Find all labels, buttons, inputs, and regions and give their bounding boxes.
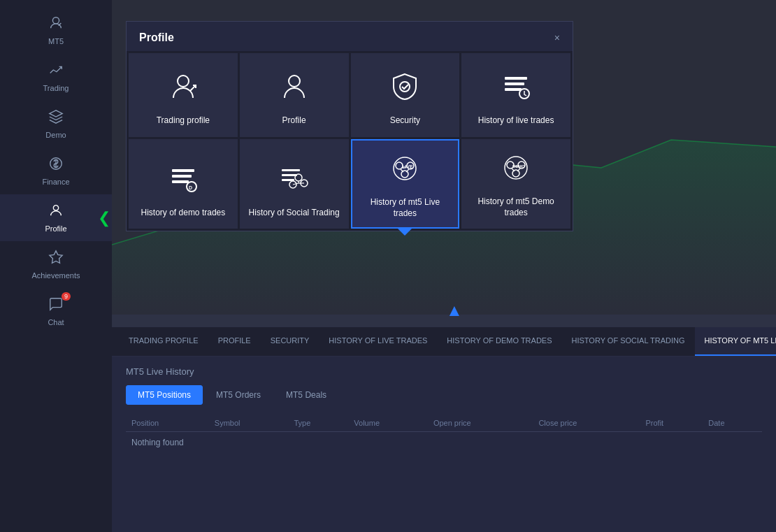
svg-text:D: D xyxy=(189,185,192,190)
tab-security[interactable]: SECURITY xyxy=(261,327,319,357)
col-position: Position xyxy=(126,415,209,432)
achievements-icon xyxy=(48,250,64,268)
empty-message: Nothing found xyxy=(126,432,762,454)
active-card-arrow xyxy=(398,229,412,236)
empty-row: Nothing found xyxy=(126,432,762,454)
sidebar-item-demo[interactable]: Demo xyxy=(0,101,112,148)
sidebar-item-trading-label: Trading xyxy=(43,84,69,92)
chat-badge: 9 xyxy=(62,292,71,301)
demo-icon xyxy=(48,109,64,128)
sidebar: MT5 Trading Demo Finance Profile ❮ Achie… xyxy=(0,0,112,532)
menu-card-security-label: Security xyxy=(390,115,420,127)
svg-rect-14 xyxy=(172,175,192,178)
sidebar-item-chat-label: Chat xyxy=(48,318,64,326)
modal-title: Profile xyxy=(139,31,174,44)
menu-card-trading-profile[interactable]: Trading profile xyxy=(129,53,238,137)
menu-card-profile-label: Profile xyxy=(282,115,306,127)
profile-card-icon xyxy=(279,71,310,108)
svg-line-6 xyxy=(190,85,196,91)
menu-card-history-live[interactable]: History of live trades xyxy=(461,53,570,137)
tab-history-live[interactable]: HISTORY OF LIVE TRADES xyxy=(319,327,437,357)
history-live-card-icon xyxy=(501,71,531,108)
profile-icon xyxy=(48,203,64,222)
menu-card-history-mt5-demo[interactable]: DEMO History of mt5 Demo trades xyxy=(461,139,570,229)
tab-profile[interactable]: PROFILE xyxy=(208,327,261,357)
col-profit: Profit xyxy=(640,415,703,432)
sidebar-item-chat[interactable]: 9 Chat xyxy=(0,288,112,335)
sidebar-item-profile-label: Profile xyxy=(45,224,66,233)
svg-rect-18 xyxy=(282,169,300,171)
col-volume: Volume xyxy=(348,415,428,432)
tab-history-demo[interactable]: HISTORY OF DEMO TRADES xyxy=(437,327,561,357)
svg-rect-11 xyxy=(505,88,522,91)
profile-chevron-icon: ❮ xyxy=(98,210,110,226)
modal-header: Profile × xyxy=(127,22,573,51)
section-title: MT5 Live History xyxy=(126,366,762,377)
menu-card-trading-profile-label: Trading profile xyxy=(157,115,210,127)
svg-point-0 xyxy=(52,17,59,24)
history-mt5-demo-card-icon: DEMO xyxy=(501,152,531,189)
security-card-icon xyxy=(389,71,420,108)
col-symbol: Symbol xyxy=(209,415,289,432)
menu-card-history-live-label: History of live trades xyxy=(478,115,554,127)
svg-point-38 xyxy=(512,170,519,177)
modal-bottom-arrow: ▲ xyxy=(446,301,463,320)
svg-point-5 xyxy=(178,76,189,87)
trading-icon xyxy=(48,62,64,81)
svg-point-21 xyxy=(295,174,302,181)
sub-tab-positions[interactable]: MT5 Positions xyxy=(126,385,203,405)
menu-card-history-demo[interactable]: D History of demo trades xyxy=(129,139,238,229)
sidebar-item-demo-label: Demo xyxy=(45,131,66,139)
svg-point-3 xyxy=(53,206,58,210)
history-social-card-icon xyxy=(279,164,310,201)
menu-card-history-mt5-live[interactable]: LIVE History of mt5 Live trades xyxy=(351,139,460,229)
svg-rect-13 xyxy=(172,169,194,172)
tab-history-social[interactable]: HISTORY OF SOCIAL TRADING xyxy=(562,327,695,357)
main-content: Profile × Trading profile xyxy=(112,0,776,532)
modal-close-button[interactable]: × xyxy=(554,32,560,43)
svg-text:LIVE: LIVE xyxy=(402,164,413,169)
trading-profile-card-icon xyxy=(168,71,199,108)
col-close-price: Close price xyxy=(533,415,640,432)
sub-tab-deals[interactable]: MT5 Deals xyxy=(274,385,338,405)
sub-tab-orders[interactable]: MT5 Orders xyxy=(204,385,273,405)
svg-rect-10 xyxy=(505,82,524,85)
finance-icon xyxy=(48,156,64,175)
svg-text:DEMO: DEMO xyxy=(512,164,525,168)
svg-rect-9 xyxy=(505,77,527,80)
svg-point-7 xyxy=(289,76,300,87)
svg-rect-15 xyxy=(172,180,189,183)
sidebar-item-achievements-label: Achievements xyxy=(31,271,80,280)
tab-bar: TRADING PROFILE PROFILE SECURITY HISTORY… xyxy=(112,327,776,357)
menu-card-profile[interactable]: Profile xyxy=(240,53,349,137)
menu-card-security[interactable]: Security xyxy=(351,53,460,137)
sub-tabs: MT5 Positions MT5 Orders MT5 Deals xyxy=(126,385,762,405)
svg-point-30 xyxy=(401,171,408,178)
history-mt5-live-card-icon: LIVE xyxy=(389,153,420,190)
profile-modal: Profile × Trading profile xyxy=(126,21,573,231)
data-table: Position Symbol Type Volume Open price C… xyxy=(126,415,762,453)
svg-rect-19 xyxy=(282,174,297,176)
svg-point-8 xyxy=(400,82,410,92)
tab-trading-profile[interactable]: TRADING PROFILE xyxy=(119,327,208,357)
content-area: MT5 Live History MT5 Positions MT5 Order… xyxy=(112,357,776,532)
menu-card-history-social[interactable]: History of Social Trading xyxy=(240,139,349,229)
col-open-price: Open price xyxy=(428,415,533,432)
chat-icon: 9 xyxy=(48,296,64,315)
mt5-icon xyxy=(48,15,64,34)
col-type: Type xyxy=(288,415,348,432)
sidebar-item-achievements[interactable]: Achievements xyxy=(0,241,112,288)
menu-card-history-mt5-live-label: History of mt5 Live trades xyxy=(359,197,452,219)
sidebar-item-finance-label: Finance xyxy=(42,178,69,186)
menu-card-history-demo-label: History of demo trades xyxy=(141,208,226,219)
menu-card-history-social-label: History of Social Trading xyxy=(249,208,340,219)
menu-grid: Trading profile Profile xyxy=(127,51,573,231)
sidebar-item-profile[interactable]: Profile ❮ xyxy=(0,194,112,241)
sidebar-item-trading[interactable]: Trading xyxy=(0,54,112,101)
sidebar-item-mt5[interactable]: MT5 xyxy=(0,7,112,54)
sidebar-item-mt5-label: MT5 xyxy=(48,37,64,45)
col-date: Date xyxy=(703,415,762,432)
history-demo-card-icon: D xyxy=(168,164,199,201)
sidebar-item-finance[interactable]: Finance xyxy=(0,148,112,194)
tab-history-mt5-live[interactable]: HISTORY OF MT5 LIVE TRADES xyxy=(695,327,777,357)
